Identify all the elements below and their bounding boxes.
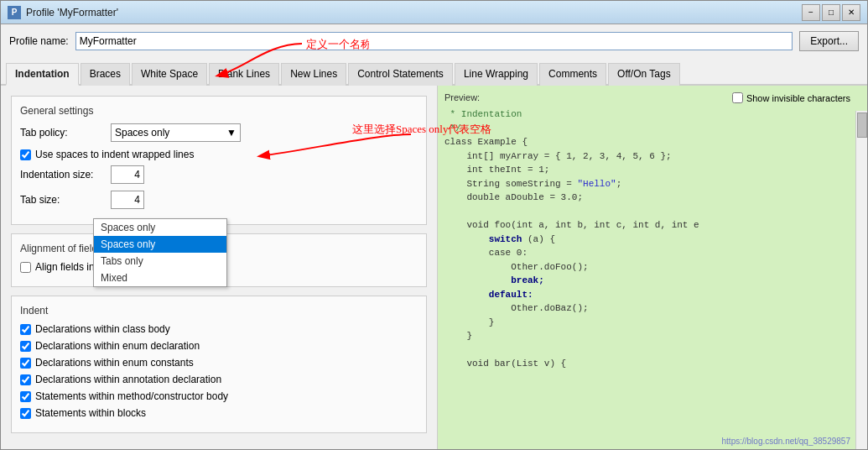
use-spaces-label: Use spaces to indent wrapped lines xyxy=(35,149,194,160)
title-bar-buttons: − □ ✕ xyxy=(802,4,860,21)
close-button[interactable]: ✕ xyxy=(842,4,860,21)
tab-policy-value: Spaces only xyxy=(115,127,169,139)
maximize-button[interactable]: □ xyxy=(822,4,840,21)
code-line-6: double aDouble = 3.0; xyxy=(444,191,847,205)
indent-checkbox-2[interactable] xyxy=(20,358,31,369)
tab-newlines[interactable]: New Lines xyxy=(281,63,346,86)
tab-size-input[interactable] xyxy=(111,191,144,209)
general-settings-title: General settings xyxy=(20,105,418,117)
tab-linewrapping[interactable]: Line Wrapping xyxy=(455,63,538,86)
indent-title: Indent xyxy=(20,305,418,317)
dropdown-item-spaces-only-1[interactable]: Spaces only xyxy=(94,219,226,236)
profile-name-input[interactable] xyxy=(75,32,793,50)
tab-braces[interactable]: Braces xyxy=(81,63,130,86)
window-icon: P xyxy=(8,6,21,19)
indent-checkbox-1[interactable] xyxy=(20,341,31,352)
tab-size-label: Tab size: xyxy=(20,194,104,206)
indent-checkbox-4[interactable] xyxy=(20,391,31,402)
indent-label-4: Statements within method/constructor bod… xyxy=(35,390,228,402)
right-panel: Preview: Show invisible characters * Ind… xyxy=(437,86,867,449)
code-line-17 xyxy=(444,343,847,358)
show-invisible-row: Show invisible characters xyxy=(732,92,850,103)
indent-item-0: Declarations within class body xyxy=(20,323,418,335)
code-line-8: void foo(int a, int b, int c, int d, int… xyxy=(444,218,847,233)
indent-checkbox-5[interactable] xyxy=(20,408,31,419)
dropdown-arrow-icon: ▼ xyxy=(226,127,236,139)
indent-group: Indent Declarations within class body De… xyxy=(11,296,427,433)
indentation-size-label: Indentation size: xyxy=(20,169,104,181)
code-line-0: * Indentation xyxy=(444,107,847,122)
show-invisible-checkbox[interactable] xyxy=(732,92,743,103)
code-line-1: */ xyxy=(444,122,847,136)
indent-item-5: Statements within blocks xyxy=(20,407,418,419)
scrollbar[interactable] xyxy=(855,111,867,449)
profile-name-label: Profile name: xyxy=(9,35,69,47)
use-spaces-checkbox[interactable] xyxy=(20,149,31,160)
show-invisible-label: Show invisible characters xyxy=(746,93,850,103)
indent-label-1: Declarations within enum declaration xyxy=(35,340,200,352)
tab-size-row: Tab size: xyxy=(20,191,418,209)
tab-whitespace[interactable]: White Space xyxy=(132,63,207,86)
tab-policy-label: Tab policy: xyxy=(20,127,104,139)
code-preview: * Indentation */ class Example { int[] m… xyxy=(444,107,860,432)
main-window: P Profile 'MyFormatter' − □ ✕ Profile na… xyxy=(0,0,868,450)
indent-checkbox-3[interactable] xyxy=(20,374,31,385)
indentation-size-input[interactable] xyxy=(111,165,144,184)
dropdown-item-mixed[interactable]: Mixed xyxy=(94,269,226,286)
scrollbar-thumb[interactable] xyxy=(857,112,867,138)
align-fields-checkbox[interactable] xyxy=(20,262,31,273)
code-line-2: class Example { xyxy=(444,135,847,149)
window-title: Profile 'MyFormatter' xyxy=(26,7,802,18)
code-line-5: String someString = "Hello"; xyxy=(444,177,847,191)
watermark: https://blog.csdn.net/qq_38529857 xyxy=(722,437,850,446)
tab-offontags[interactable]: Off/On Tags xyxy=(608,63,680,86)
code-line-10: case 0: xyxy=(444,246,847,260)
content-area: General settings Tab policy: Spaces only… xyxy=(1,86,867,449)
tab-blanklines[interactable]: Blank Lines xyxy=(209,63,279,86)
minimize-button[interactable]: − xyxy=(802,4,820,21)
code-line-4: int theInt = 1; xyxy=(444,163,847,177)
code-line-12: break; xyxy=(444,274,847,288)
indent-label-5: Statements within blocks xyxy=(35,407,146,419)
left-panel: General settings Tab policy: Spaces only… xyxy=(1,86,437,449)
tab-comments[interactable]: Comments xyxy=(539,63,606,86)
profile-row: Profile name: Export... xyxy=(1,24,867,58)
code-line-15: } xyxy=(444,316,847,330)
code-line-18: void bar(List v) { xyxy=(444,357,847,371)
indent-item-3: Declarations within annotation declarati… xyxy=(20,374,418,385)
indent-item-1: Declarations within enum declaration xyxy=(20,340,418,352)
code-line-9: switch (a) { xyxy=(444,233,847,247)
tab-policy-select[interactable]: Spaces only ▼ xyxy=(111,123,241,142)
dropdown-item-spaces-only-2[interactable]: Spaces only xyxy=(94,236,226,253)
code-line-3: int[] myArray = { 1, 2, 3, 4, 5, 6 }; xyxy=(444,149,847,164)
tab-policy-row: Tab policy: Spaces only ▼ xyxy=(20,123,418,142)
indent-item-2: Declarations within enum constants xyxy=(20,357,418,369)
indent-label-2: Declarations within enum constants xyxy=(35,357,194,369)
code-line-13: default: xyxy=(444,288,847,302)
indent-item-4: Statements within method/constructor bod… xyxy=(20,390,418,402)
tabs-bar: Indentation Braces White Space Blank Lin… xyxy=(1,58,867,86)
indentation-size-row: Indentation size: xyxy=(20,165,418,184)
code-line-11: Other.doFoo(); xyxy=(444,260,847,275)
tab-indentation[interactable]: Indentation xyxy=(6,63,79,86)
tab-policy-dropdown[interactable]: Spaces only Spaces only Tabs only Mixed xyxy=(93,218,227,287)
tab-controlstatements[interactable]: Control Statements xyxy=(348,63,453,86)
code-line-7 xyxy=(444,205,847,219)
title-bar: P Profile 'MyFormatter' − □ ✕ xyxy=(1,1,867,24)
dropdown-item-tabs-only[interactable]: Tabs only xyxy=(94,253,226,269)
general-settings-group: General settings Tab policy: Spaces only… xyxy=(11,96,427,225)
use-spaces-row: Use spaces to indent wrapped lines xyxy=(20,149,418,160)
export-button[interactable]: Export... xyxy=(799,31,859,51)
indent-label-0: Declarations within class body xyxy=(35,323,170,335)
indent-label-3: Declarations within annotation declarati… xyxy=(35,374,221,385)
code-line-14: Other.doBaz(); xyxy=(444,301,847,316)
code-line-16: } xyxy=(444,329,847,343)
indent-checkbox-0[interactable] xyxy=(20,324,31,335)
